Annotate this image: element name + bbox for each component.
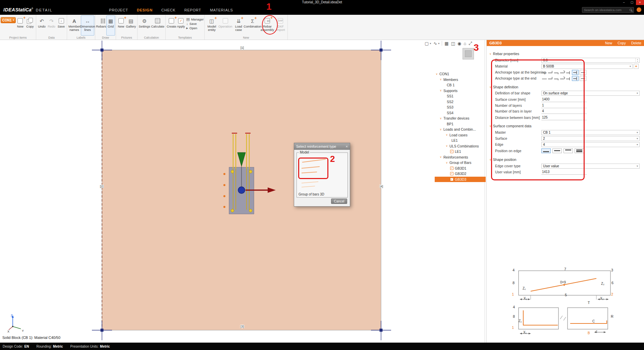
surface-dropdown[interactable]: 2▾ bbox=[541, 136, 640, 141]
search-icon[interactable] bbox=[630, 9, 632, 11]
tree-item-loads-and-combinations[interactable]: ∨Loads and Combin... bbox=[435, 127, 486, 132]
dialog-close-icon[interactable]: × bbox=[346, 144, 348, 148]
tree-item-ss1[interactable]: SS1 bbox=[435, 93, 486, 99]
dimension-lines-toggle[interactable]: ↔ Dimension lines bbox=[81, 15, 94, 36]
new-rebar-button[interactable]: New bbox=[605, 41, 612, 45]
new-picture-button[interactable]: New bbox=[117, 15, 125, 36]
reinforcement-option-label[interactable]: Group of bars 3D bbox=[299, 192, 324, 196]
template-manager-button[interactable]: ▤Manager bbox=[186, 17, 204, 21]
section-shape-definition[interactable]: ∨Shape definition bbox=[489, 84, 518, 90]
tree-item-bp1[interactable]: BP1 bbox=[435, 121, 486, 127]
crop-view-icon[interactable]: ▢ bbox=[425, 41, 429, 46]
bars-in-layer-input[interactable] bbox=[541, 109, 587, 114]
tree-item-group-of-bars[interactable]: ∨Group of Bars bbox=[435, 160, 486, 166]
dialog-title-bar[interactable]: Select reinforcement type × bbox=[294, 143, 350, 150]
section-surface-component-data[interactable]: ∨Surface component data bbox=[489, 123, 531, 129]
tree-item-ss4[interactable]: SS4 bbox=[435, 110, 486, 116]
grid-toggle[interactable]: ▦ Grid bbox=[106, 15, 115, 36]
rebars-tool-button[interactable]: Rebars bbox=[96, 15, 106, 36]
chevron-down-icon[interactable]: ∨ bbox=[439, 78, 442, 81]
con1-selector-button[interactable]: CON1 ▾ bbox=[1, 17, 16, 23]
solid-view-icon[interactable]: ◫ bbox=[451, 41, 455, 46]
tree-item-cb1[interactable]: CB 1 bbox=[435, 82, 486, 88]
wand-icon[interactable]: ∿ bbox=[433, 41, 437, 46]
member-names-toggle[interactable]: A Member names bbox=[68, 15, 81, 36]
tree-item-transfer-devices[interactable]: ∨Transfer devices bbox=[435, 116, 486, 121]
save-button[interactable]: ↓ Save bbox=[56, 15, 66, 36]
tab-project[interactable]: PROJECT bbox=[109, 8, 128, 12]
user-avatar[interactable] bbox=[637, 7, 641, 12]
anchorage-begin-alt-button[interactable] bbox=[580, 70, 586, 75]
chevron-down-icon[interactable]: ∨ bbox=[435, 73, 438, 76]
position-top-button[interactable] bbox=[564, 148, 573, 153]
position-middle-button[interactable] bbox=[552, 148, 562, 153]
gallery-button[interactable]: ▤ Gallery bbox=[125, 15, 137, 36]
selected-node[interactable] bbox=[238, 187, 245, 193]
checkbox-checked-icon[interactable]: ✓ bbox=[450, 167, 453, 170]
bar-distance-input[interactable] bbox=[541, 115, 587, 120]
copy-project-item-button[interactable]: Copy bbox=[25, 15, 35, 36]
copy-rebar-button[interactable]: Copy bbox=[618, 41, 626, 45]
search-input[interactable] bbox=[584, 8, 628, 12]
checkbox-checked-icon[interactable]: ✓ bbox=[450, 178, 453, 181]
tree-item-ss3[interactable]: SS3 bbox=[435, 104, 486, 110]
user-value-input[interactable] bbox=[541, 170, 587, 175]
undo-button[interactable]: ↶ Undo bbox=[37, 15, 47, 36]
cover-type-dropdown[interactable]: User value▾ bbox=[541, 164, 640, 169]
surface-cover-input[interactable] bbox=[541, 97, 587, 102]
tab-report[interactable]: REPORT bbox=[184, 8, 201, 12]
diameter-spinbox[interactable]: ▴▾ bbox=[541, 58, 640, 63]
chevron-down-icon[interactable]: ∨ bbox=[445, 161, 448, 164]
tab-check[interactable]: CHECK bbox=[161, 8, 176, 12]
caret-down-icon[interactable]: ▾ bbox=[430, 42, 431, 45]
anchorage-end-alt-button[interactable] bbox=[580, 76, 586, 81]
anchorage-type-icons[interactable] bbox=[541, 70, 571, 75]
create-template-button[interactable]: Create bbox=[166, 15, 177, 36]
anchorage-begin-selected-button[interactable] bbox=[572, 70, 579, 75]
caret-down-icon[interactable]: ▾ bbox=[438, 42, 439, 45]
template-save-button[interactable]: ↓Save bbox=[186, 22, 204, 26]
apply-template-button[interactable]: ✓ Apply bbox=[177, 15, 185, 36]
tree-item-gb3d2[interactable]: ✓GB3D2 bbox=[435, 171, 486, 177]
model-canvas[interactable] bbox=[0, 40, 485, 343]
operation-button[interactable]: Operation bbox=[218, 15, 232, 36]
chevron-down-icon[interactable]: ∨ bbox=[445, 133, 448, 136]
diameter-input[interactable] bbox=[542, 58, 635, 62]
position-distributed-button[interactable] bbox=[575, 148, 584, 153]
fit-to-screen-icon[interactable]: ⤢ bbox=[469, 41, 472, 46]
master-dropdown[interactable]: CB 1▾ bbox=[541, 130, 640, 135]
tree-item-le1[interactable]: LE1 bbox=[435, 138, 486, 143]
tree-item-load-cases[interactable]: ∨Load cases bbox=[435, 132, 486, 138]
tree-item-reinforcements[interactable]: ∨Reinforcements bbox=[435, 155, 486, 160]
minimize-icon[interactable]: – bbox=[620, 0, 628, 5]
settings-button[interactable]: ⚙ Settings bbox=[138, 15, 151, 36]
layers-input[interactable] bbox=[541, 103, 587, 108]
calculate-button[interactable]: Calculate bbox=[151, 15, 165, 36]
chevron-down-icon[interactable]: ∨ bbox=[439, 156, 442, 159]
chevron-down-icon[interactable]: ∨ bbox=[445, 144, 448, 147]
maximize-icon[interactable]: ▢ bbox=[628, 0, 636, 5]
section-shape-position[interactable]: ∨Shape position bbox=[489, 157, 516, 162]
checkbox-checked-icon[interactable]: ✓ bbox=[450, 150, 453, 153]
tree-item-supports[interactable]: ∨Supports bbox=[435, 88, 486, 94]
chevron-down-icon[interactable]: ∨ bbox=[439, 128, 442, 131]
tree-item-uls-combinations[interactable]: ∨ULS Combinations bbox=[435, 143, 486, 149]
new-project-item-button[interactable]: New bbox=[16, 15, 25, 36]
cancel-button[interactable]: Cancel bbox=[331, 199, 347, 204]
view-cube[interactable] bbox=[463, 48, 474, 59]
tree-item-con1[interactable]: ∨CON1 bbox=[435, 71, 486, 77]
tree-item-members[interactable]: ∨Members bbox=[435, 77, 486, 83]
tree-item-ss2[interactable]: SS2 bbox=[435, 99, 486, 105]
home-view-icon[interactable]: ⌂ bbox=[464, 41, 466, 46]
close-icon[interactable]: × bbox=[636, 0, 644, 5]
visibility-icon[interactable]: ◉ bbox=[458, 41, 461, 46]
grid-view-icon[interactable]: ▦ bbox=[444, 41, 448, 46]
tree-item-gb3d1[interactable]: ✓GB3D1 bbox=[435, 166, 486, 171]
spinner[interactable]: ▴▾ bbox=[635, 58, 639, 62]
tab-design[interactable]: DESIGN bbox=[137, 8, 153, 12]
chevron-down-icon[interactable]: ∨ bbox=[439, 117, 442, 120]
combination-button[interactable]: Σ Combination bbox=[245, 15, 260, 36]
template-open-button[interactable]: ▸Open bbox=[186, 26, 204, 30]
delete-rebar-button[interactable]: Delete bbox=[631, 41, 641, 45]
checkbox-checked-icon[interactable]: ✓ bbox=[450, 172, 453, 175]
